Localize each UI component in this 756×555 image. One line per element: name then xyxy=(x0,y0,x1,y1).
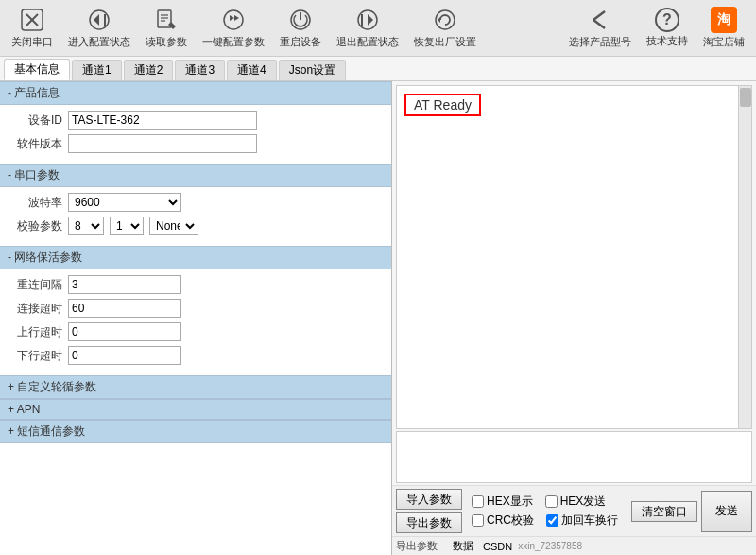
exit-config-button[interactable]: 退出配置状态 xyxy=(331,5,404,51)
upload-timeout-label: 上行超时 xyxy=(8,324,62,340)
svg-line-20 xyxy=(593,20,605,28)
send-button[interactable]: 发送 xyxy=(701,491,752,532)
svg-marker-18 xyxy=(438,17,440,23)
custom-loop-header[interactable]: + 自定义轮循参数 xyxy=(0,375,391,399)
select-model-button[interactable]: 选择产品型号 xyxy=(563,5,637,51)
read-params-label: 读取参数 xyxy=(146,35,187,49)
tech-support-button[interactable]: ? 技术支持 xyxy=(641,6,694,50)
taobao-icon: 淘 xyxy=(711,7,737,33)
product-info-header[interactable]: - 产品信息 xyxy=(0,81,391,105)
import-params-button[interactable]: 导入参数 xyxy=(396,489,462,510)
left-panel: - 产品信息 设备ID 软件版本 - 串口参数 波特率 9600 1200 24… xyxy=(0,81,392,555)
checksum-row: 校验参数 8 5 6 7 1 2 None Odd Even xyxy=(8,217,384,235)
more-header[interactable]: + 短信通信参数 xyxy=(0,420,391,443)
export-params-bottom: 导出参数 xyxy=(396,539,438,553)
crc-check-label: CRC校验 xyxy=(487,512,534,529)
input-area[interactable] xyxy=(396,431,752,483)
read-params-icon xyxy=(153,7,180,33)
data-bits-select[interactable]: 8 5 6 7 xyxy=(68,217,104,235)
main-area: - 产品信息 设备ID 软件版本 - 串口参数 波特率 9600 1200 24… xyxy=(0,81,756,555)
reboot-label: 重启设备 xyxy=(280,35,321,49)
enter-config-icon xyxy=(86,7,112,33)
toolbar-right: 选择产品型号 ? 技术支持 淘 淘宝店铺 xyxy=(563,5,750,51)
reboot-button[interactable]: 重启设备 xyxy=(274,5,327,51)
download-timeout-input[interactable] xyxy=(68,346,181,365)
restore-factory-icon xyxy=(432,7,458,33)
tabs-row: 基本信息 通道1 通道2 通道3 通道4 Json设置 xyxy=(0,57,756,81)
close-port-label: 关闭串口 xyxy=(11,35,53,49)
hex-send-checkbox[interactable] xyxy=(545,495,558,508)
bottom-controls: 导入参数 导出参数 HEX显示 HEX发送 CRC校验 加回车换行 清空 xyxy=(392,485,756,536)
output-scrollbar[interactable] xyxy=(738,86,751,428)
connect-timeout-label: 连接超时 xyxy=(8,301,62,317)
return-carriage-checkbox[interactable] xyxy=(546,514,558,527)
hex-display-row: HEX显示 HEX发送 xyxy=(472,494,618,510)
hex-send-label: HEX发送 xyxy=(560,494,607,510)
crc-check-row: CRC校验 加回车换行 xyxy=(472,512,618,529)
svg-point-11 xyxy=(224,10,243,29)
select-model-icon xyxy=(587,7,613,33)
software-version-label: 软件版本 xyxy=(8,136,62,152)
connect-timeout-row: 连接超时 xyxy=(8,299,384,318)
hex-display-label: HEX显示 xyxy=(487,494,533,510)
select-model-label: 选择产品型号 xyxy=(569,35,631,49)
tab-channel4[interactable]: 通道4 xyxy=(227,60,277,80)
device-id-input[interactable] xyxy=(68,111,257,130)
toolbar: 关闭串口 进入配置状态 读取参数 xyxy=(0,0,756,57)
tab-channel1[interactable]: 通道1 xyxy=(72,60,122,80)
tab-channel3[interactable]: 通道3 xyxy=(175,60,225,80)
at-ready-text: AT Ready xyxy=(404,94,481,116)
tab-json-settings[interactable]: Json设置 xyxy=(279,60,346,80)
export-params-button[interactable]: 导出参数 xyxy=(396,512,462,533)
one-key-config-button[interactable]: 一键配置参数 xyxy=(197,5,270,51)
serial-params-header[interactable]: - 串口参数 xyxy=(0,164,391,187)
right-panel: AT Ready 导入参数 导出参数 HEX显示 HEX发送 xyxy=(392,81,756,555)
reboot-icon xyxy=(287,7,314,33)
svg-marker-15 xyxy=(368,14,373,26)
product-info-section: 设备ID 软件版本 xyxy=(0,105,391,164)
clear-window-button[interactable]: 清空窗口 xyxy=(631,501,697,522)
software-version-input[interactable] xyxy=(68,134,257,153)
restore-factory-button[interactable]: 恢复出厂设置 xyxy=(408,5,482,51)
svg-marker-10 xyxy=(168,22,176,29)
reconnect-interval-input[interactable] xyxy=(68,275,181,294)
tab-channel2[interactable]: 通道2 xyxy=(124,60,174,80)
taobao-button[interactable]: 淘 淘宝店铺 xyxy=(697,5,750,51)
read-params-button[interactable]: 读取参数 xyxy=(140,5,193,51)
device-id-row: 设备ID xyxy=(8,111,384,130)
close-port-button[interactable]: 关闭串口 xyxy=(6,5,59,51)
svg-marker-4 xyxy=(94,14,99,26)
device-id-label: 设备ID xyxy=(8,113,62,129)
stop-bits-select[interactable]: 1 2 xyxy=(110,217,144,235)
network-keepalive-section: 重连间隔 连接超时 上行超时 下行超时 xyxy=(0,269,391,375)
upload-timeout-row: 上行超时 xyxy=(8,322,384,341)
parity-select[interactable]: None Odd Even xyxy=(149,217,198,235)
right-controls: 清空窗口 发送 xyxy=(631,491,752,532)
download-timeout-label: 下行超时 xyxy=(8,348,62,364)
exit-config-icon xyxy=(354,7,381,33)
one-key-config-icon xyxy=(220,7,247,33)
crc-check-checkbox[interactable] xyxy=(472,514,484,527)
restore-factory-label: 恢复出厂设置 xyxy=(414,35,476,49)
connect-timeout-input[interactable] xyxy=(68,299,181,318)
enter-config-label: 进入配置状态 xyxy=(68,35,130,49)
software-version-row: 软件版本 xyxy=(8,134,384,153)
download-timeout-row: 下行超时 xyxy=(8,346,384,365)
baud-rate-label: 波特率 xyxy=(8,195,62,211)
taobao-label: 淘宝店铺 xyxy=(703,35,745,49)
baud-rate-row: 波特率 9600 1200 2400 4800 19200 38400 5760… xyxy=(8,193,384,212)
upload-timeout-input[interactable] xyxy=(68,322,181,341)
checksum-label: 校验参数 xyxy=(8,218,62,234)
network-keepalive-header[interactable]: - 网络保活参数 xyxy=(0,246,391,269)
import-export-group: 导入参数 导出参数 xyxy=(396,489,462,533)
output-area: AT Ready xyxy=(396,85,752,429)
tech-support-icon: ? xyxy=(655,8,679,32)
tab-basic-info[interactable]: 基本信息 xyxy=(4,59,70,80)
enter-config-button[interactable]: 进入配置状态 xyxy=(62,5,136,51)
apn-header[interactable]: + APN xyxy=(0,399,391,420)
serial-params-section: 波特率 9600 1200 2400 4800 19200 38400 5760… xyxy=(0,187,391,246)
checkboxes-group: HEX显示 HEX发送 CRC校验 加回车换行 xyxy=(472,494,618,529)
baud-rate-select[interactable]: 9600 1200 2400 4800 19200 38400 57600 11… xyxy=(68,193,181,212)
hex-display-checkbox[interactable] xyxy=(472,495,484,508)
reconnect-interval-label: 重连间隔 xyxy=(8,277,62,293)
